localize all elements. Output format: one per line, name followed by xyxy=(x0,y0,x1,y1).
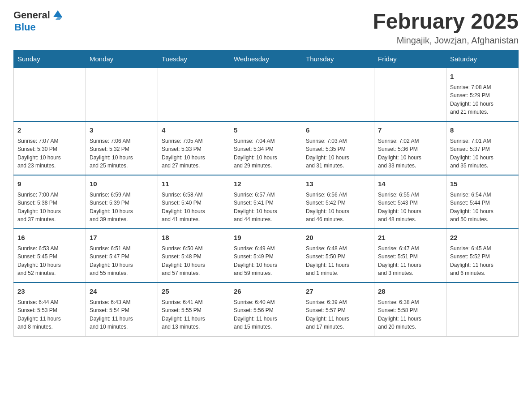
logo-blue-text: Blue xyxy=(14,21,36,33)
day-number: 28 xyxy=(378,287,442,297)
day-number: 11 xyxy=(162,179,226,189)
day-number: 8 xyxy=(450,125,515,136)
day-info: Sunrise: 6:59 AM Sunset: 5:39 PM Dayligh… xyxy=(90,191,154,224)
day-number: 20 xyxy=(306,233,370,243)
header-saturday: Saturday xyxy=(446,51,519,68)
calendar-cell: 13Sunrise: 6:56 AM Sunset: 5:42 PM Dayli… xyxy=(302,175,374,229)
day-number: 22 xyxy=(450,233,515,243)
day-number: 21 xyxy=(378,233,442,243)
calendar-cell: 17Sunrise: 6:51 AM Sunset: 5:47 PM Dayli… xyxy=(86,229,158,283)
day-info: Sunrise: 7:01 AM Sunset: 5:37 PM Dayligh… xyxy=(450,137,515,170)
day-info: Sunrise: 6:40 AM Sunset: 5:56 PM Dayligh… xyxy=(234,298,298,331)
calendar-week-3: 9Sunrise: 7:00 AM Sunset: 5:38 PM Daylig… xyxy=(14,175,519,229)
day-info: Sunrise: 6:58 AM Sunset: 5:40 PM Dayligh… xyxy=(162,191,226,224)
calendar-cell xyxy=(158,68,230,121)
day-number: 12 xyxy=(234,179,298,189)
calendar-cell: 20Sunrise: 6:48 AM Sunset: 5:50 PM Dayli… xyxy=(302,229,374,283)
calendar-cell xyxy=(302,68,374,121)
page-header: General Blue February 2025 Mingajik, Jow… xyxy=(13,9,519,46)
logo: General Blue xyxy=(13,9,64,33)
day-info: Sunrise: 6:54 AM Sunset: 5:44 PM Dayligh… xyxy=(450,191,515,224)
header-thursday: Thursday xyxy=(302,51,374,68)
day-info: Sunrise: 6:38 AM Sunset: 5:58 PM Dayligh… xyxy=(378,298,442,331)
day-number: 15 xyxy=(450,179,515,189)
day-number: 25 xyxy=(162,287,226,297)
title-block: February 2025 Mingajik, Jowzjan, Afghani… xyxy=(373,9,519,46)
calendar-week-4: 16Sunrise: 6:53 AM Sunset: 5:45 PM Dayli… xyxy=(14,229,519,283)
day-number: 24 xyxy=(90,287,154,297)
svg-marker-0 xyxy=(53,10,62,17)
calendar-week-2: 2Sunrise: 7:07 AM Sunset: 5:30 PM Daylig… xyxy=(14,121,519,175)
svg-marker-1 xyxy=(56,17,62,20)
calendar-cell xyxy=(230,68,302,121)
calendar-cell: 7Sunrise: 7:02 AM Sunset: 5:36 PM Daylig… xyxy=(374,121,446,175)
day-number: 9 xyxy=(17,179,82,189)
day-info: Sunrise: 7:08 AM Sunset: 5:29 PM Dayligh… xyxy=(450,83,515,116)
day-info: Sunrise: 6:44 AM Sunset: 5:53 PM Dayligh… xyxy=(17,298,82,331)
day-info: Sunrise: 7:02 AM Sunset: 5:36 PM Dayligh… xyxy=(378,137,442,170)
calendar-cell: 6Sunrise: 7:03 AM Sunset: 5:35 PM Daylig… xyxy=(302,121,374,175)
calendar-header-row: Sunday Monday Tuesday Wednesday Thursday… xyxy=(14,51,519,68)
day-info: Sunrise: 6:50 AM Sunset: 5:48 PM Dayligh… xyxy=(162,244,226,278)
calendar-cell xyxy=(86,68,158,121)
calendar-cell: 14Sunrise: 6:55 AM Sunset: 5:43 PM Dayli… xyxy=(374,175,446,229)
day-number: 13 xyxy=(306,179,370,189)
header-tuesday: Tuesday xyxy=(158,51,230,68)
calendar-cell: 1Sunrise: 7:08 AM Sunset: 5:29 PM Daylig… xyxy=(446,68,519,121)
day-number: 5 xyxy=(234,125,298,136)
day-info: Sunrise: 6:56 AM Sunset: 5:42 PM Dayligh… xyxy=(306,191,370,224)
day-info: Sunrise: 6:51 AM Sunset: 5:47 PM Dayligh… xyxy=(90,244,154,278)
day-number: 10 xyxy=(90,179,154,189)
day-info: Sunrise: 7:03 AM Sunset: 5:35 PM Dayligh… xyxy=(306,137,370,170)
day-number: 1 xyxy=(450,72,515,82)
day-info: Sunrise: 6:48 AM Sunset: 5:50 PM Dayligh… xyxy=(306,244,370,278)
calendar-cell: 11Sunrise: 6:58 AM Sunset: 5:40 PM Dayli… xyxy=(158,175,230,229)
day-number: 7 xyxy=(378,125,442,136)
calendar-cell: 10Sunrise: 6:59 AM Sunset: 5:39 PM Dayli… xyxy=(86,175,158,229)
day-info: Sunrise: 6:49 AM Sunset: 5:49 PM Dayligh… xyxy=(234,244,298,278)
calendar-week-5: 23Sunrise: 6:44 AM Sunset: 5:53 PM Dayli… xyxy=(14,283,519,336)
header-monday: Monday xyxy=(86,51,158,68)
day-info: Sunrise: 6:41 AM Sunset: 5:55 PM Dayligh… xyxy=(162,298,226,331)
logo-icon xyxy=(51,8,64,21)
calendar-title: February 2025 xyxy=(373,9,519,34)
calendar-cell: 16Sunrise: 6:53 AM Sunset: 5:45 PM Dayli… xyxy=(14,229,86,283)
day-number: 26 xyxy=(234,287,298,297)
day-info: Sunrise: 7:04 AM Sunset: 5:34 PM Dayligh… xyxy=(234,137,298,170)
calendar-cell: 9Sunrise: 7:00 AM Sunset: 5:38 PM Daylig… xyxy=(14,175,86,229)
day-number: 19 xyxy=(234,233,298,243)
day-info: Sunrise: 7:06 AM Sunset: 5:32 PM Dayligh… xyxy=(90,137,154,170)
calendar-cell: 3Sunrise: 7:06 AM Sunset: 5:32 PM Daylig… xyxy=(86,121,158,175)
calendar-cell: 28Sunrise: 6:38 AM Sunset: 5:58 PM Dayli… xyxy=(374,283,446,336)
day-info: Sunrise: 6:45 AM Sunset: 5:52 PM Dayligh… xyxy=(450,244,515,278)
day-number: 17 xyxy=(90,233,154,243)
day-info: Sunrise: 6:39 AM Sunset: 5:57 PM Dayligh… xyxy=(306,298,370,331)
day-info: Sunrise: 6:47 AM Sunset: 5:51 PM Dayligh… xyxy=(378,244,442,278)
calendar-cell: 27Sunrise: 6:39 AM Sunset: 5:57 PM Dayli… xyxy=(302,283,374,336)
day-number: 3 xyxy=(90,125,154,136)
day-number: 2 xyxy=(17,125,82,136)
day-number: 18 xyxy=(162,233,226,243)
header-wednesday: Wednesday xyxy=(230,51,302,68)
calendar-subtitle: Mingajik, Jowzjan, Afghanistan xyxy=(373,35,519,46)
day-info: Sunrise: 6:53 AM Sunset: 5:45 PM Dayligh… xyxy=(17,244,82,278)
calendar-week-1: 1Sunrise: 7:08 AM Sunset: 5:29 PM Daylig… xyxy=(14,68,519,121)
header-friday: Friday xyxy=(374,51,446,68)
day-info: Sunrise: 7:00 AM Sunset: 5:38 PM Dayligh… xyxy=(17,191,82,224)
calendar-cell: 21Sunrise: 6:47 AM Sunset: 5:51 PM Dayli… xyxy=(374,229,446,283)
day-number: 23 xyxy=(17,287,82,297)
day-number: 16 xyxy=(17,233,82,243)
calendar-cell: 19Sunrise: 6:49 AM Sunset: 5:49 PM Dayli… xyxy=(230,229,302,283)
calendar-cell: 25Sunrise: 6:41 AM Sunset: 5:55 PM Dayli… xyxy=(158,283,230,336)
day-number: 4 xyxy=(162,125,226,136)
calendar-cell: 2Sunrise: 7:07 AM Sunset: 5:30 PM Daylig… xyxy=(14,121,86,175)
calendar-cell: 26Sunrise: 6:40 AM Sunset: 5:56 PM Dayli… xyxy=(230,283,302,336)
day-number: 14 xyxy=(378,179,442,189)
calendar-cell: 8Sunrise: 7:01 AM Sunset: 5:37 PM Daylig… xyxy=(446,121,519,175)
calendar-cell: 5Sunrise: 7:04 AM Sunset: 5:34 PM Daylig… xyxy=(230,121,302,175)
day-number: 27 xyxy=(306,287,370,297)
day-info: Sunrise: 6:57 AM Sunset: 5:41 PM Dayligh… xyxy=(234,191,298,224)
day-info: Sunrise: 6:55 AM Sunset: 5:43 PM Dayligh… xyxy=(378,191,442,224)
day-info: Sunrise: 6:43 AM Sunset: 5:54 PM Dayligh… xyxy=(90,298,154,331)
header-sunday: Sunday xyxy=(14,51,86,68)
